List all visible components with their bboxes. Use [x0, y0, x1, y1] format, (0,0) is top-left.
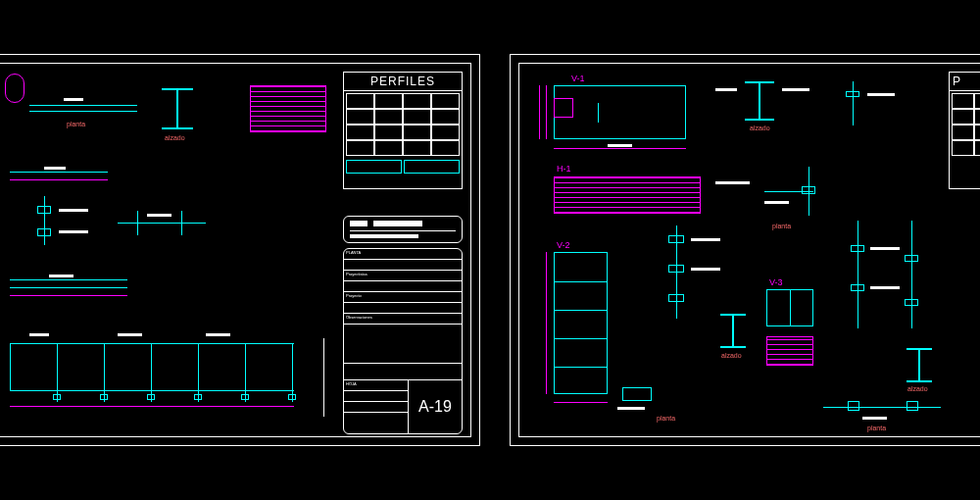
i-beam-section: [162, 88, 193, 129]
ann-bg: [862, 417, 887, 420]
label-v2: V-2: [557, 240, 570, 250]
dim-line: [554, 402, 608, 403]
label-planta: planta: [67, 121, 85, 127]
perfiles-title: PERFILES: [344, 73, 462, 91]
section-line: [29, 111, 137, 112]
dim-bg: [44, 167, 66, 170]
clip: [851, 284, 864, 291]
dim-v: [539, 85, 540, 139]
clip: [668, 235, 684, 243]
perfiles-title: P: [950, 73, 980, 91]
label-alzado: alzado: [907, 385, 928, 392]
vert-extension: [323, 338, 324, 417]
perfiles-panel: PERFILES: [343, 72, 463, 189]
detail-circle: [5, 74, 24, 103]
label-alzado: alzado: [165, 134, 185, 141]
clip: [905, 299, 918, 306]
clip: [848, 401, 859, 411]
dim-bg: [608, 144, 632, 147]
col-det: [858, 221, 858, 328]
detail-line: [10, 172, 108, 173]
ann-bg: [782, 88, 809, 91]
foot-det: [622, 387, 652, 401]
clip: [668, 265, 684, 273]
dim-v: [546, 85, 547, 139]
dim-bg: [59, 230, 88, 233]
rail-line: [10, 279, 127, 280]
title-block-main: PLANTA Proyectistas Proyecto Observacion…: [343, 248, 463, 434]
drawing-sheet-left: alzado planta PERFILES PLANTA Proyectist…: [0, 54, 480, 446]
ann-bg: [715, 181, 750, 184]
v3-hatch: [766, 336, 813, 366]
drawing-sheet-right: V-1 alzado H-1 planta V-2 planta alzado …: [510, 54, 980, 446]
clip: [906, 401, 918, 411]
vert-det: [853, 81, 854, 125]
sheet-id: A-19: [409, 380, 462, 433]
ann-bg: [617, 407, 645, 410]
v1-rect: [554, 85, 686, 139]
label-alzado: alzado: [750, 125, 770, 131]
ann-bg: [691, 268, 720, 271]
label-v3: V-3: [769, 277, 783, 287]
h1-panel: [554, 176, 701, 214]
clip: [851, 245, 864, 252]
perfiles-panel-clip: P: [949, 72, 980, 189]
label-planta: planta: [657, 415, 675, 422]
ann-bg: [715, 88, 737, 91]
v3-rect: [766, 289, 813, 326]
label-h1: H-1: [557, 164, 571, 174]
rail-line: [10, 287, 127, 288]
sheet-inner-frame: V-1 alzado H-1 planta V-2 planta alzado …: [518, 63, 980, 437]
angle-detail: [764, 167, 833, 221]
ann-bg: [867, 93, 895, 96]
dim-line: [10, 295, 127, 296]
v1-inner: [554, 98, 573, 118]
label-v1: V-1: [571, 74, 585, 83]
ann-bg: [870, 286, 900, 289]
dim-bg: [59, 209, 88, 212]
dim-v: [546, 252, 547, 394]
title-block-header: [343, 216, 463, 243]
dim-line: [10, 179, 108, 180]
detail-vert: [44, 196, 45, 245]
ann-bg: [691, 238, 720, 241]
elevation-assembly: [10, 343, 314, 412]
clip: [668, 294, 684, 302]
rail: [823, 407, 941, 408]
label-planta: planta: [772, 223, 791, 229]
i-beam-section-sm: [720, 314, 746, 348]
section-line: [29, 105, 137, 106]
connector-det: [37, 228, 51, 236]
i-beam-section-sm: [906, 348, 932, 382]
clip: [846, 91, 859, 97]
connector-det: [37, 206, 51, 214]
clip: [905, 255, 918, 262]
clamp-detail: [118, 211, 206, 245]
dim-text-bg: [64, 98, 83, 101]
col-det: [911, 221, 912, 328]
dim-bg: [49, 275, 74, 277]
ann-bg: [870, 247, 900, 250]
v2-rect: [554, 252, 608, 394]
i-beam-section: [745, 81, 774, 121]
label-planta: planta: [867, 425, 886, 431]
sheet-inner-frame: alzado planta PERFILES PLANTA Proyectist…: [0, 63, 471, 437]
dim-line: [554, 148, 686, 149]
mullion: [598, 103, 599, 123]
label-alzado: alzado: [721, 352, 742, 359]
hatched-panel: [250, 85, 326, 132]
cad-viewport[interactable]: alzado planta PERFILES PLANTA Proyectist…: [0, 0, 980, 500]
